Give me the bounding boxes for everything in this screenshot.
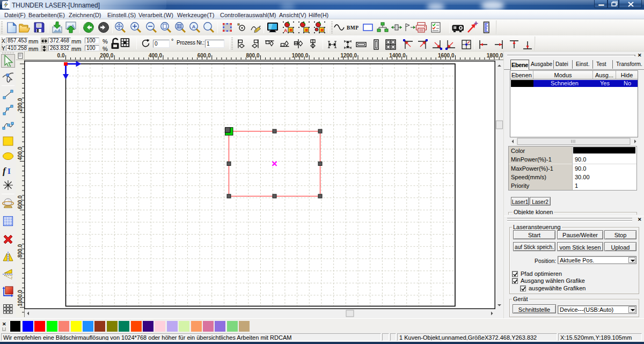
svg-text:1400.0: 1400.0 bbox=[389, 53, 406, 58]
svg-text:I: I bbox=[8, 167, 11, 175]
svg-text:BMP: BMP bbox=[347, 25, 359, 31]
svg-text:A: A bbox=[284, 28, 288, 33]
svg-text:A: A bbox=[192, 24, 196, 30]
svg-text:1000.0: 1000.0 bbox=[17, 290, 23, 306]
svg-text:400.0: 400.0 bbox=[17, 147, 23, 160]
svg-text:0.0: 0.0 bbox=[57, 53, 65, 58]
svg-text:1800.0: 1800.0 bbox=[487, 53, 503, 58]
svg-text:400.0: 400.0 bbox=[149, 53, 162, 58]
svg-text:f: f bbox=[3, 166, 7, 176]
svg-text:800.0: 800.0 bbox=[246, 53, 259, 58]
svg-text:1000.0: 1000.0 bbox=[292, 53, 309, 58]
svg-text:1600.0: 1600.0 bbox=[438, 53, 455, 58]
svg-text:800.0: 800.0 bbox=[17, 244, 23, 258]
svg-text:600.0: 600.0 bbox=[197, 53, 211, 58]
svg-text:1200.0: 1200.0 bbox=[340, 53, 357, 58]
svg-text:200.0: 200.0 bbox=[17, 98, 23, 111]
svg-text:600.0: 600.0 bbox=[17, 195, 23, 209]
svg-text:200.0: 200.0 bbox=[100, 53, 113, 58]
